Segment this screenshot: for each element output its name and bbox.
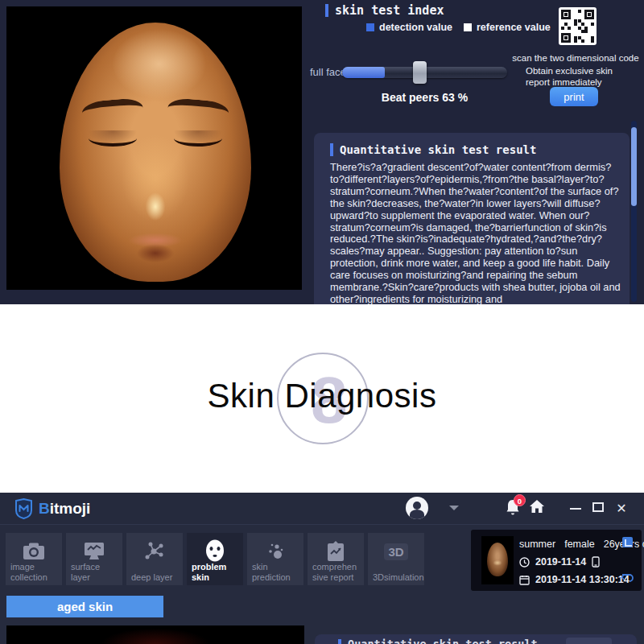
user-gender: female: [564, 539, 595, 550]
scrollbar-track[interactable]: [631, 121, 637, 302]
accent-bar: [338, 639, 341, 644]
tab-label: surface layer: [71, 562, 119, 582]
slider-fill: [342, 67, 385, 78]
eyebrow-right: [167, 97, 229, 124]
eye-right: [174, 130, 222, 147]
tab-image-collection[interactable]: image collection: [6, 533, 62, 585]
user-datetime-row: 2019-11-14 13:30:14: [519, 574, 630, 585]
monitor-icon: [66, 539, 122, 564]
qr-finder: [561, 10, 571, 19]
calendar-icon: [519, 575, 530, 585]
network-icon: [126, 539, 183, 564]
avatar-head: [413, 502, 421, 510]
dots-icon: [247, 539, 303, 564]
qr-caption-line2: Obtain exclusive skin report immediately: [526, 66, 632, 88]
legend-reference-label: reference value: [477, 22, 551, 33]
bottom-result-panel: Quantitative skin test result: [315, 634, 637, 644]
qr-code-tile: [559, 7, 597, 45]
tab-3d-simulation[interactable]: 3D 3Dsimulation: [368, 533, 424, 585]
brand-rest: itmoji: [50, 500, 91, 517]
bottom-stub-button[interactable]: [566, 638, 612, 644]
face-illustration: [60, 23, 251, 282]
user-name: summer: [519, 539, 555, 550]
minimize-button[interactable]: [570, 508, 581, 510]
splash-section: 8 Skin Diagnosis: [0, 304, 644, 493]
app-section: Bitmoji 0 ✕: [0, 493, 644, 644]
user-datetime: 2019-11-14 13:30:14: [535, 574, 630, 585]
tab-label: image collection: [10, 562, 59, 582]
user-info-panel: summer female 26years old 2019-11-14: [471, 530, 642, 591]
undo-icon[interactable]: [621, 572, 634, 584]
edit-icon[interactable]: [622, 537, 633, 547]
report-icon: [308, 539, 364, 564]
skin-diagnosis-title: Skin Diagnosis: [0, 377, 644, 415]
skin-test-index-header: skin test index: [325, 3, 444, 18]
avatar-body: [410, 510, 424, 519]
detection-swatch: [366, 23, 374, 31]
beat-peers-text: Beat peers 63 %: [342, 91, 507, 104]
notification-badge: 0: [514, 494, 526, 506]
3d-icon-text: 3D: [384, 543, 407, 560]
tab-problem-skin[interactable]: problem skin: [187, 533, 243, 585]
tab-surface-layer[interactable]: surface layer: [66, 533, 122, 585]
quantitative-result-panel: Quantitative skin test result There?is?a…: [314, 133, 630, 304]
bottom-result-title: Quantitative skin test result: [348, 638, 538, 644]
phone-icon: [592, 556, 600, 568]
qr-code: [561, 10, 594, 43]
print-button[interactable]: print: [550, 87, 598, 106]
bottom-result-header: Quantitative skin test result: [338, 638, 538, 644]
brand-first-letter: B: [39, 500, 50, 517]
home-icon: [528, 497, 546, 515]
tab-deep-layer[interactable]: deep layer: [126, 533, 183, 585]
notifications-button[interactable]: 0: [504, 497, 525, 518]
user-date: 2019-11-14: [535, 556, 586, 568]
eyebrow-left: [81, 97, 144, 124]
close-button[interactable]: ✕: [615, 501, 628, 517]
reference-swatch: [464, 23, 472, 31]
accent-bar: [330, 143, 333, 156]
camera-icon: [6, 539, 62, 564]
avatar[interactable]: [406, 497, 428, 519]
legend: detection value reference value: [366, 22, 551, 33]
full-face-slider[interactable]: [342, 67, 507, 78]
aged-skin-tab[interactable]: aged skin: [6, 596, 163, 617]
result-title: Quantitative skin test result: [340, 143, 536, 156]
tab-label: comprehensive report: [312, 562, 361, 582]
user-portrait: [481, 536, 514, 584]
user-date-row: 2019-11-14: [519, 556, 600, 568]
accent-bar: [325, 4, 328, 17]
legend-reference: reference value: [464, 22, 551, 33]
app-window: skin test index detection value referenc…: [0, 0, 644, 644]
qr-finder: [561, 33, 571, 43]
result-body-text: There?is?a?gradient descent?of?water con…: [330, 162, 625, 306]
result-header: Quantitative skin test result: [330, 143, 536, 156]
slider-handle[interactable]: [413, 61, 427, 84]
mini-face-illustration: [487, 543, 508, 576]
chevron-down-icon[interactable]: [449, 506, 459, 510]
legend-detection-label: detection value: [379, 22, 452, 33]
navbar: Bitmoji 0 ✕: [0, 493, 644, 525]
legend-detection: detection value: [366, 22, 452, 33]
scrollbar-thumb[interactable]: [631, 127, 637, 206]
analysis-image-preview: [6, 625, 304, 644]
home-button[interactable]: [528, 497, 549, 518]
maximize-button[interactable]: [592, 502, 604, 512]
skin-test-index-title: skin test index: [335, 3, 444, 18]
3d-icon: 3D: [368, 539, 424, 564]
tab-comprehensive-report[interactable]: comprehensive report: [308, 533, 364, 585]
toolbar: image collection surface layer: [6, 533, 424, 585]
tab-skin-prediction[interactable]: skin prediction: [247, 533, 303, 585]
qr-finder: [584, 10, 594, 19]
tab-label: skin prediction: [252, 562, 300, 582]
qr-caption-line1: scan the two dimensional code: [510, 53, 642, 63]
face-scan-image: [6, 6, 302, 290]
brand-name: Bitmoji: [39, 500, 90, 518]
tab-label: problem skin: [192, 562, 240, 582]
tab-label: deep layer: [131, 572, 180, 583]
clock-icon: [519, 557, 530, 568]
tab-label: 3Dsimulation: [373, 572, 421, 583]
brand-shield-icon: [14, 498, 34, 519]
slider-label: full face: [310, 66, 346, 78]
skin-test-section: skin test index detection value referenc…: [0, 0, 644, 304]
mask-icon: [187, 539, 243, 564]
